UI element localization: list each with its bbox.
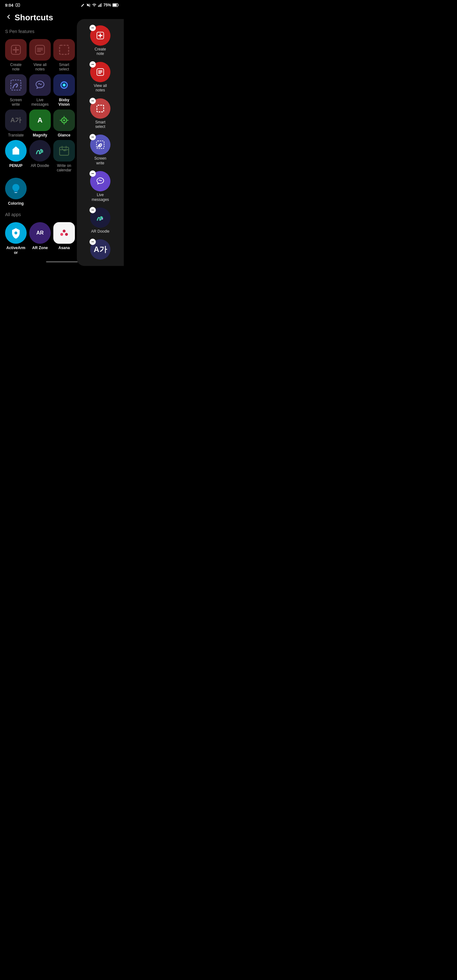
icon-label-glance: Glance — [58, 133, 70, 137]
icon-activearmor — [5, 222, 27, 244]
icon-label-activearmor: ActiveArmor — [6, 246, 25, 255]
icon-label-smart-select: Smartselect — [59, 62, 69, 72]
panel-label-create-note: Createnote — [95, 47, 106, 56]
icon-label-coloring: Coloring — [8, 201, 24, 206]
icon-item-glance[interactable]: Glance — [53, 110, 75, 137]
photo-icon — [15, 3, 20, 8]
icon-label-write-on-calendar: Write oncalendar — [57, 164, 72, 173]
icon-live-messages — [29, 74, 51, 96]
icon-label-asana: Asana — [58, 246, 70, 250]
icon-view-all-notes — [29, 39, 51, 60]
page-title: Shortcuts — [14, 13, 53, 22]
panel-icon-smart-select: − — [90, 99, 110, 119]
all-apps-grid: ActiveArmor AR AR Zone Asana — [0, 220, 75, 258]
remove-badge[interactable]: − — [89, 25, 96, 31]
icon-label-ar-doodle: AR Doodle — [31, 164, 49, 168]
spen-icon-grid: Createnote View allnotes Smartselect Scr… — [0, 37, 75, 175]
wifi-icon — [92, 3, 97, 7]
icon-label-bixby-vision: BixbyVision — [58, 98, 70, 107]
signal-icon — [98, 3, 102, 7]
icon-label-view-all-notes: View allnotes — [33, 62, 46, 72]
icon-create-note — [5, 39, 27, 60]
panel-item-live-messages[interactable]: − Livemessages — [77, 169, 124, 204]
panel-icon-ar-doodle: − — [90, 208, 110, 228]
svg-rect-7 — [118, 5, 119, 6]
icon-bixby-vision — [53, 74, 75, 96]
remove-badge[interactable]: − — [89, 239, 96, 245]
icon-item-smart-select[interactable]: Smartselect — [53, 39, 75, 72]
svg-point-13 — [102, 218, 103, 220]
mute-icon — [86, 3, 91, 7]
icon-item-screen-write[interactable]: Screenwrite — [5, 74, 27, 107]
icon-item-view-all-notes[interactable]: View allnotes — [29, 39, 51, 72]
panel-item-create-note[interactable]: − Createnote — [77, 23, 124, 59]
icon-item-penup[interactable]: PENUP — [5, 140, 27, 173]
icon-label-create-note: Createnote — [10, 62, 22, 72]
icon-magnify: A — [29, 110, 51, 131]
panel-icon-screen-write: − — [90, 135, 110, 155]
icon-label-live-messages: Livemessages — [32, 98, 49, 107]
panel-item-translate[interactable]: − A가 — [77, 237, 124, 262]
icon-item-write-on-calendar[interactable]: Write oncalendar — [53, 140, 75, 173]
svg-rect-3 — [99, 5, 100, 7]
icon-item-live-messages[interactable]: Livemessages — [29, 74, 51, 107]
icon-item-translate[interactable]: A가 Translate — [5, 110, 27, 137]
coloring-row: Coloring — [0, 175, 75, 208]
status-icons: 75% — [81, 3, 119, 7]
panel-label-smart-select: Smartselect — [95, 120, 105, 129]
icon-write-on-calendar — [53, 140, 75, 162]
panel-item-ar-doodle[interactable]: − AR Doodle — [77, 205, 124, 236]
battery-icon — [112, 3, 119, 7]
icon-ar-doodle — [29, 140, 51, 162]
panel-label-screen-write: Screenwrite — [94, 156, 106, 165]
icon-label-translate: Translate — [8, 133, 24, 137]
remove-badge[interactable]: − — [89, 61, 96, 68]
icon-item-activearmor[interactable]: ActiveArmor — [5, 222, 27, 255]
svg-rect-11 — [97, 105, 104, 112]
svg-point-1 — [17, 5, 18, 6]
remove-badge[interactable]: − — [89, 98, 96, 104]
icon-item-magnify[interactable]: A Magnify — [29, 110, 51, 137]
icon-smart-select — [53, 39, 75, 60]
time: 9:04 — [5, 3, 13, 8]
svg-point-25 — [14, 232, 18, 234]
icon-penup — [5, 140, 27, 162]
remove-badge[interactable]: − — [89, 170, 96, 177]
right-panel: − Createnote − View allnotes − Smartsele… — [77, 19, 124, 266]
icon-translate: A가 — [5, 110, 27, 131]
svg-point-22 — [63, 119, 65, 121]
spen-section-label: S Pen features — [0, 25, 75, 37]
battery-text: 75% — [104, 3, 111, 7]
panel-icon-view-all-notes: − — [90, 62, 110, 82]
svg-rect-8 — [113, 4, 117, 6]
svg-rect-2 — [98, 5, 99, 7]
remove-badge[interactable]: − — [89, 207, 96, 213]
status-bar: 9:04 75% — [0, 0, 124, 9]
icon-screen-write — [5, 74, 27, 96]
panel-item-screen-write[interactable]: − Screenwrite — [77, 132, 124, 168]
all-apps-label: All apps — [0, 208, 75, 220]
icon-item-ar-zone[interactable]: AR AR Zone — [29, 222, 51, 255]
svg-rect-5 — [101, 3, 102, 7]
panel-item-view-all-notes[interactable]: − View allnotes — [77, 59, 124, 95]
pen-icon — [81, 3, 85, 7]
icon-item-ar-doodle[interactable]: AR Doodle — [29, 140, 51, 173]
back-button[interactable] — [5, 13, 12, 22]
icon-label-magnify: Magnify — [33, 133, 47, 137]
panel-label-ar-doodle: AR Doodle — [91, 229, 110, 234]
icon-item-bixby-vision[interactable]: BixbyVision — [53, 74, 75, 107]
svg-rect-16 — [60, 45, 69, 54]
icon-ar-zone: AR — [29, 222, 51, 244]
icon-label-penup: PENUP — [9, 164, 22, 168]
remove-badge[interactable]: − — [89, 134, 96, 140]
panel-icon-translate: − A가 — [90, 239, 110, 259]
icon-item-asana[interactable]: Asana — [53, 222, 75, 255]
panel-item-smart-select[interactable]: − Smartselect — [77, 96, 124, 132]
svg-point-26 — [63, 230, 66, 232]
svg-rect-17 — [11, 80, 21, 90]
svg-point-20 — [64, 84, 64, 85]
icon-item-coloring[interactable]: Coloring — [5, 178, 27, 206]
svg-point-27 — [60, 233, 63, 236]
icon-item-create-note[interactable]: Createnote — [5, 39, 27, 72]
panel-icon-create-note: − — [90, 25, 110, 46]
